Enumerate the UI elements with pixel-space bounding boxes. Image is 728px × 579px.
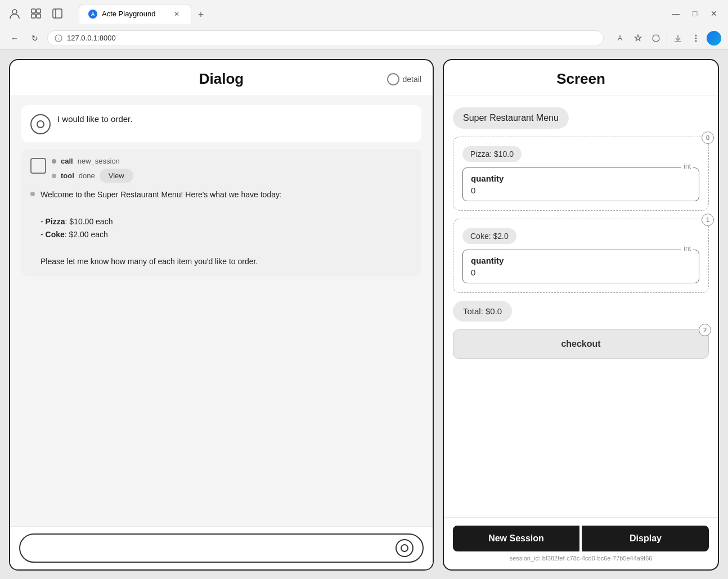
- refresh-button[interactable]: ↻: [27, 30, 43, 46]
- extensions-toolbar-icon[interactable]: [649, 31, 663, 46]
- minimize-button[interactable]: —: [668, 6, 683, 21]
- chat-input[interactable]: [29, 544, 391, 553]
- dialog-panel: Dialog detail I would like to order.: [9, 59, 434, 571]
- close-button[interactable]: ✕: [707, 6, 721, 21]
- input-area: [10, 526, 433, 569]
- send-icon: [401, 544, 408, 552]
- coke-badge: Coke: $2.0: [462, 228, 516, 244]
- pizza-quantity-label: quantity: [471, 174, 691, 183]
- url-text: 127.0.0.1:8000: [67, 34, 116, 42]
- svg-rect-1: [32, 9, 35, 13]
- user-message: I would like to order.: [21, 105, 421, 142]
- menu-title-badge: Super Restaurant Menu: [453, 107, 569, 129]
- dialog-title: Dialog: [199, 70, 244, 88]
- read-aloud-icon[interactable]: A: [613, 31, 627, 46]
- tool-value: done: [79, 171, 95, 180]
- svg-text:i: i: [58, 36, 59, 41]
- detail-circle-icon: [387, 73, 399, 85]
- svg-point-12: [695, 37, 697, 39]
- screen-title: Screen: [556, 70, 605, 87]
- tab-title: Acte Playground: [102, 10, 155, 18]
- svg-point-11: [695, 34, 697, 36]
- coke-quantity-box: int quantity 0: [462, 250, 699, 283]
- detail-label: detail: [403, 75, 421, 84]
- avatar-inner: [37, 120, 44, 128]
- display-button[interactable]: Display: [582, 526, 709, 551]
- settings-menu-icon[interactable]: [689, 31, 703, 46]
- call-label: call: [61, 157, 73, 165]
- call-value: new_session: [78, 157, 120, 165]
- pizza-item-card: Pizza: $10.0 int quantity 0 0: [453, 137, 709, 211]
- bot-response: Welcome to the Super Restaurant Menu! He…: [30, 188, 412, 269]
- favorites-icon[interactable]: [631, 31, 645, 46]
- screen-content: Super Restaurant Menu Pizza: $10.0 int q…: [444, 96, 718, 517]
- bot-dot: [30, 192, 35, 196]
- total-badge: Total: $0.0: [453, 301, 512, 322]
- checkout-button[interactable]: checkout: [453, 329, 709, 359]
- new-session-button[interactable]: New Session: [453, 526, 579, 551]
- screen-footer: New Session Display session_id: bf382fef…: [444, 517, 718, 569]
- svg-rect-5: [53, 9, 62, 18]
- svg-rect-2: [37, 9, 41, 13]
- dialog-messages: I would like to order. call new_session: [10, 96, 433, 526]
- user-text: I would like to order.: [57, 113, 132, 126]
- ai-square-icon: [30, 158, 46, 174]
- svg-point-13: [695, 40, 697, 42]
- coke-quantity-label: quantity: [471, 256, 691, 265]
- maximize-button[interactable]: □: [687, 6, 702, 21]
- pizza-quantity-type: int: [681, 162, 693, 170]
- user-profile-icon[interactable]: [7, 6, 23, 21]
- tab-favicon: A: [88, 10, 97, 19]
- call-row: call new_session: [52, 157, 133, 165]
- pizza-badge: Pizza: $10.0: [462, 146, 522, 162]
- detail-button[interactable]: detail: [387, 73, 421, 85]
- ai-calls: call new_session tool done View: [52, 157, 133, 183]
- svg-rect-4: [37, 14, 41, 18]
- svg-point-10: [653, 35, 659, 42]
- tab-close-button[interactable]: ✕: [172, 9, 182, 19]
- new-tab-button[interactable]: +: [192, 7, 209, 24]
- checkout-wrapper: 2 checkout: [453, 329, 709, 359]
- pizza-quantity-value: 0: [471, 186, 691, 195]
- ai-message-header: call new_session tool done View: [30, 157, 412, 183]
- security-icon: i: [55, 34, 62, 42]
- svg-text:A: A: [618, 34, 622, 42]
- tool-label: tool: [61, 171, 74, 180]
- back-button[interactable]: ←: [7, 30, 23, 46]
- coke-quantity-value: 0: [471, 268, 691, 277]
- coke-quantity-type: int: [681, 245, 693, 252]
- screen-header: Screen: [444, 60, 718, 96]
- send-button[interactable]: [396, 539, 414, 557]
- svg-point-0: [12, 10, 17, 14]
- ai-message: call new_session tool done View: [21, 149, 421, 277]
- tool-row: tool done View: [52, 169, 133, 183]
- address-bar-input[interactable]: i 127.0.0.1:8000: [47, 30, 604, 46]
- checkout-index: 2: [699, 324, 711, 336]
- sidebar-icon[interactable]: [50, 6, 65, 21]
- bottom-buttons: New Session Display: [453, 526, 709, 551]
- call-dot: [52, 159, 56, 164]
- pizza-quantity-box: int quantity 0: [462, 168, 699, 201]
- coke-item-card: Coke: $2.0 int quantity 0 1: [453, 219, 709, 293]
- extensions-icon[interactable]: [28, 6, 44, 21]
- user-avatar: [30, 114, 51, 134]
- active-tab[interactable]: A Acte Playground ✕: [79, 4, 191, 24]
- tool-dot: [52, 174, 56, 178]
- bot-text: Welcome to the Super Restaurant Menu! He…: [41, 188, 282, 269]
- input-wrapper: [19, 533, 424, 563]
- pizza-item-index: 0: [702, 132, 714, 144]
- dialog-header: Dialog detail: [10, 60, 433, 96]
- view-button[interactable]: View: [100, 169, 133, 183]
- svg-rect-3: [32, 14, 35, 18]
- session-id: session_id: bf382fef-c78c-4cd0-bc6e-77b5…: [453, 555, 709, 562]
- downloads-icon[interactable]: [671, 31, 685, 46]
- edge-browser-icon: [707, 31, 721, 46]
- coke-item-index: 1: [702, 214, 714, 226]
- screen-panel: Screen Super Restaurant Menu Pizza: $10.…: [443, 59, 719, 571]
